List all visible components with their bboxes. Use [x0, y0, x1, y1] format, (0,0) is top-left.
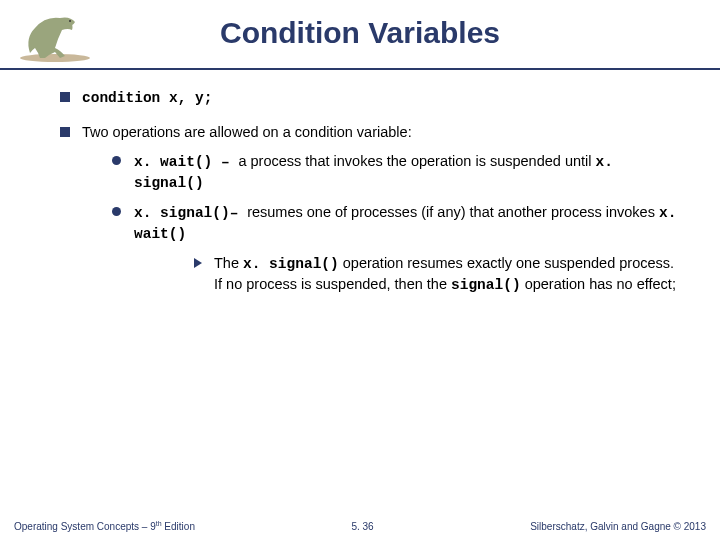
- svg-point-0: [20, 54, 90, 62]
- body-text: Two operations are allowed on a conditio…: [82, 124, 412, 140]
- bullet-level1: Two operations are allowed on a conditio…: [60, 123, 680, 296]
- slide-content: condition x, y; Two operations are allow…: [0, 70, 720, 296]
- body-text: a process that invokes the operation is …: [238, 153, 595, 169]
- slide-title: Condition Variables: [0, 0, 720, 50]
- code-text: x. wait(): [134, 154, 212, 170]
- bullet-level2: x. wait() – a process that invokes the o…: [112, 152, 680, 193]
- code-text: signal(): [451, 277, 521, 293]
- code-text: x. signal(): [243, 256, 339, 272]
- bullet-level2: x. signal()– resumes one of processes (i…: [112, 203, 680, 295]
- dinosaur-logo: [10, 8, 100, 63]
- footer-right: Silberschatz, Galvin and Gagne © 2013: [530, 521, 706, 532]
- bullet-level3: The x. signal() operation resumes exactl…: [194, 254, 680, 295]
- svg-point-1: [69, 20, 71, 22]
- footer-text: Edition: [162, 521, 195, 532]
- footer-center: 5. 36: [195, 521, 530, 532]
- body-text: The: [214, 255, 243, 271]
- slide-header: Condition Variables: [0, 0, 720, 70]
- dash: –: [212, 154, 238, 170]
- body-text: operation has no effect;: [521, 276, 676, 292]
- footer-left: Operating System Concepts – 9th Edition: [14, 520, 195, 532]
- bullet-level1: condition x, y;: [60, 88, 680, 109]
- footer-text: Operating System Concepts – 9: [14, 521, 156, 532]
- code-text: x. signal(): [134, 205, 230, 221]
- dash: –: [230, 205, 247, 221]
- body-text: resumes one of processes (if any) that a…: [247, 204, 659, 220]
- slide-footer: Operating System Concepts – 9th Edition …: [0, 520, 720, 532]
- code-text: condition x, y;: [82, 90, 213, 106]
